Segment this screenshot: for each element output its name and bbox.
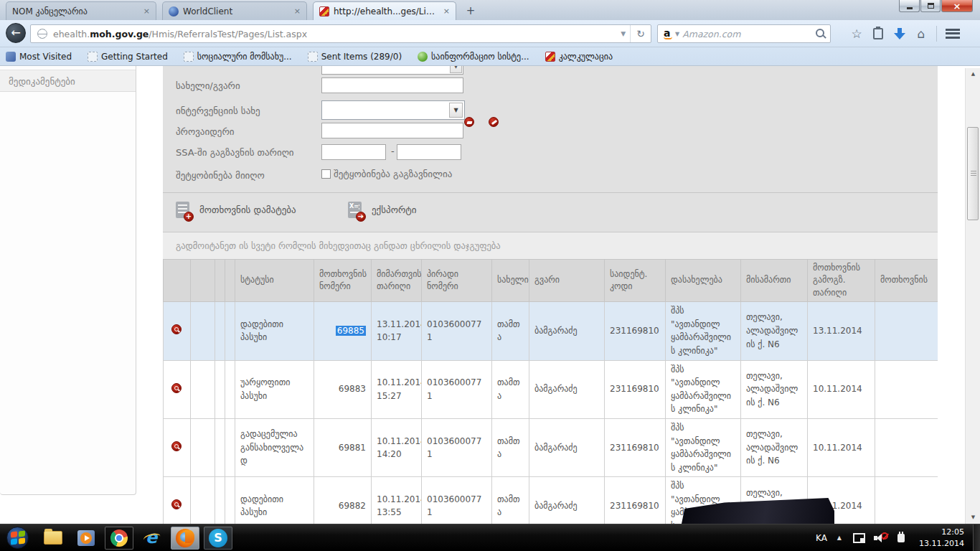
bookmark-calculation[interactable]: კალკულაცია	[545, 52, 613, 62]
taskbar-media-player-button[interactable]	[72, 527, 100, 550]
taskbar-ie-button[interactable]: e	[138, 527, 166, 550]
bookmark-sent-items[interactable]: Sent Items (289/0)	[308, 52, 402, 62]
internet-explorer-icon: e	[143, 529, 161, 547]
export-excel-icon: ➔	[348, 202, 362, 218]
bookmarks-panel-icon[interactable]	[873, 28, 883, 39]
scrollbar-thumb[interactable]	[967, 127, 979, 220]
header-status[interactable]: სტატუსი	[235, 260, 314, 302]
chevron-down-icon[interactable]: ▼	[449, 103, 463, 118]
power-plug-icon[interactable]	[895, 532, 909, 545]
tab-close-icon[interactable]: ×	[294, 7, 301, 15]
ssa-date-from-input[interactable]	[321, 144, 386, 160]
url-bar[interactable]: ehealth.moh.gov.ge/Hmis/ReferralsTest/Pa…	[30, 24, 651, 43]
downloads-icon[interactable]	[894, 27, 905, 40]
header-last-name[interactable]: გვარი	[529, 260, 605, 302]
header-sent-date[interactable]: მოთხოვნის გამოგზ. თარიღი	[808, 260, 875, 302]
skype-icon: S	[209, 529, 227, 547]
tab-worldclient[interactable]: WorldClient ×	[162, 1, 307, 20]
maximize-button[interactable]	[920, 0, 941, 12]
magnifier-badge-icon	[171, 383, 182, 393]
bookmark-information-systems[interactable]: საინფორმაციო სისტე...	[418, 52, 529, 62]
show-desktop-button[interactable]	[973, 524, 980, 551]
tab-label: NOM კანცელარია	[12, 6, 138, 17]
bookmark-star-icon[interactable]: ☆	[846, 24, 867, 43]
reload-icon[interactable]: ↻	[630, 25, 651, 42]
network-icon[interactable]	[852, 532, 866, 545]
most-visited-icon	[6, 52, 16, 62]
minimize-button[interactable]	[899, 0, 920, 12]
clear-badge-icon	[489, 117, 499, 127]
header-address[interactable]: მისამართი	[741, 260, 808, 302]
search-bar[interactable]: a ▼	[657, 24, 831, 43]
header-org-name[interactable]: დასახელება	[666, 260, 741, 302]
ssa-date-to-input[interactable]	[397, 144, 461, 160]
provider-clear-button[interactable]	[494, 123, 513, 143]
tab-close-icon[interactable]: ×	[443, 7, 450, 15]
bookmark-social-services[interactable]: სოციალური მომსახუ...	[184, 52, 292, 62]
taskbar-skype-button[interactable]: S	[204, 527, 232, 550]
vertical-scrollbar[interactable]: ▲ ▼	[965, 68, 980, 524]
volume-muted-icon[interactable]	[873, 532, 887, 545]
notification-sent-checkbox[interactable]	[321, 169, 331, 179]
media-player-icon	[77, 530, 95, 546]
bookmark-most-visited[interactable]: Most Visited	[6, 52, 72, 62]
search-input[interactable]	[682, 29, 811, 39]
header-first-name[interactable]: სახელი	[492, 260, 529, 302]
export-button[interactable]: ➔ ექსპორტი	[348, 202, 416, 218]
table-row[interactable]: დადებითი პასუხი 69885 13.11.201410:17 01…	[164, 302, 938, 360]
taskbar-firefox-button[interactable]	[171, 527, 199, 550]
table-row[interactable]: გადაცემულია განსახილველად 69881 10.11.20…	[164, 418, 938, 476]
header-ident-code[interactable]: საიდენტ. კოდი	[605, 260, 666, 302]
search-engine-dropdown-icon[interactable]: ▼	[675, 31, 679, 37]
chevron-down-icon[interactable]: ▼	[450, 66, 462, 73]
truncated-combobox[interactable]: ▼	[321, 66, 463, 75]
group-by-drop-zone[interactable]: გადმოიტანეთ ის სვეტი რომლის მიხედვითაც გ…	[163, 232, 938, 259]
navigation-toolbar: ← ehealth.moh.gov.ge/Hmis/ReferralsTest/…	[0, 20, 980, 47]
taskbar-explorer-button[interactable]	[39, 527, 67, 550]
tab-ehealth-list[interactable]: http://ehealth...ges/List.aspx ×	[313, 1, 456, 20]
provider-label: პროვაიდერი	[176, 126, 234, 137]
sidebar-item-medications[interactable]: მედიკამენტები	[0, 70, 136, 92]
emblem-icon	[545, 52, 555, 62]
url-history-dropdown-icon[interactable]: ▼	[616, 30, 630, 37]
header-referral-date[interactable]: მიმართვის თარიღი	[372, 260, 422, 302]
header-personal-number[interactable]: პირადი ნომერი	[422, 260, 492, 302]
start-button[interactable]	[6, 527, 29, 549]
provider-input[interactable]	[321, 123, 463, 138]
scroll-up-icon[interactable]: ▲	[966, 68, 980, 80]
intervention-type-select[interactable]: ▼	[321, 100, 465, 120]
close-button[interactable]: ×	[941, 0, 973, 12]
tab-label: WorldClient	[183, 6, 288, 17]
tab-nom-kancelaria[interactable]: NOM კანცელარია ×	[6, 1, 156, 20]
back-button[interactable]: ←	[6, 23, 26, 43]
referrals-grid: სტატუსი მოთხოვნის ნომერი მიმართვის თარიღ…	[163, 259, 938, 524]
hamburger-menu-icon[interactable]	[946, 29, 960, 39]
tray-expand-icon[interactable]: ▲	[837, 534, 842, 541]
new-tab-button[interactable]: +	[462, 4, 479, 19]
chrome-icon	[110, 529, 128, 547]
amazon-engine-icon[interactable]: a	[664, 28, 672, 39]
firefox-icon	[176, 529, 194, 547]
site-identity-globe-icon[interactable]	[37, 29, 47, 39]
scroll-down-icon[interactable]: ▼	[966, 512, 980, 524]
name-surname-input[interactable]	[321, 77, 463, 93]
provider-lookup-button[interactable]	[470, 123, 489, 143]
tab-close-icon[interactable]: ×	[143, 7, 150, 15]
tray-time: 12:05	[919, 527, 964, 538]
clock[interactable]: 12:05 13.11.2014	[919, 527, 964, 550]
search-magnifier-icon[interactable]	[811, 25, 830, 42]
explorer-icon	[44, 531, 62, 545]
ehealth-favicon-icon	[319, 6, 329, 17]
maximize-icon	[928, 3, 934, 9]
home-icon[interactable]: ⌂	[910, 24, 932, 43]
default-bookmark-icon	[88, 52, 98, 62]
table-row[interactable]: უარყოფითი პასუხი 69883 10.11.201415:27 0…	[164, 360, 938, 418]
language-indicator[interactable]: KA	[816, 533, 827, 543]
add-request-button[interactable]: + მოთხოვნის დამატება	[176, 202, 296, 218]
bookmark-getting-started[interactable]: Getting Started	[88, 52, 168, 62]
header-empty-col	[225, 260, 235, 302]
header-request-number[interactable]: მოთხოვნის ნომერი	[314, 260, 372, 302]
header-request-partial[interactable]: მოთხოვნის	[875, 260, 938, 302]
taskbar-chrome-button[interactable]	[105, 527, 133, 550]
header-empty-col	[215, 260, 225, 302]
